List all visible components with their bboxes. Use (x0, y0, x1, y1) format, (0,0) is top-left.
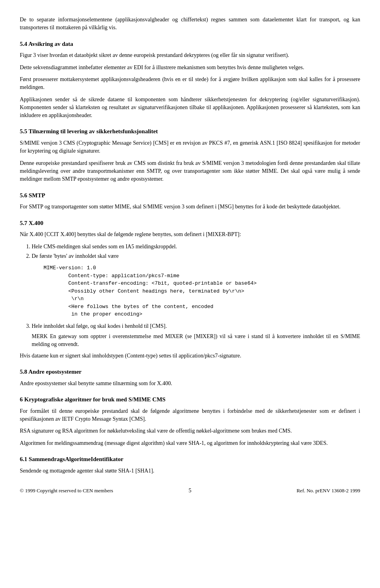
section-61-heading: 6.1 SammendragsAlgoritmeIdentifikator (20, 455, 360, 464)
section-54-heading: 5.4 Avsikring av data (20, 40, 360, 49)
section-57-list: Hele CMS-meldingen skal sendes som en IA… (32, 243, 360, 261)
list-item-3: Hele innholdet skal følge, og skal kodes… (32, 322, 360, 330)
list-item-1: Hele CMS-meldingen skal sendes som en IA… (32, 243, 360, 251)
section-58-para1: Andre epostsystemer skal benytte samme t… (20, 380, 360, 388)
section-56-para1: For SMTP og transportagenter som støtter… (20, 203, 360, 211)
section-57-list-cont: Hele innholdet skal følge, og skal kodes… (32, 322, 360, 330)
section-54-para1: Figur 3 viser hvordan et dataobjekt sikr… (20, 51, 360, 59)
section-55-para2: Denne europeiske prestandard spesifisere… (20, 159, 360, 183)
section-56-heading: 5.6 SMTP (20, 191, 360, 200)
list-item-2: De første 'bytes' av innholdet skal være (32, 252, 360, 260)
section-57-note: MERK En gateway som opptrer i overenstem… (32, 333, 360, 349)
section-6-para1: For formålet til denne europeiske presta… (20, 407, 360, 424)
section-55-para1: S/MIME versjon 3 CMS (Cryptographic Mess… (20, 139, 360, 155)
code-block: MIME-version: 1.0 Content-type: applicat… (44, 264, 360, 318)
footer-copyright: © 1999 Copyright reserved to CEN members (20, 487, 189, 495)
section-61-para1: Sendende og mottagende agenter skal støt… (20, 467, 360, 475)
page-footer: © 1999 Copyright reserved to CEN members… (20, 487, 360, 495)
section-54-para2: Dette sekvensdiagrammet innbefatter elem… (20, 64, 360, 72)
section-55-heading: 5.5 Tilnærming til levering av sikkerhet… (20, 127, 360, 136)
section-6-para3: Algoritmen for meldingssammendrag (messa… (20, 439, 360, 447)
section-57-para1: Når X.400 [CCIT X.400] benyttes skal de … (20, 231, 360, 238)
section-54-para3: Først prosesserer mottakersystemet appli… (20, 76, 360, 92)
section-6-heading: 6 Kryptografiske algoritmer for bruk med… (20, 395, 360, 404)
intro-paragraph: De to separate informasjonselementene (a… (20, 16, 360, 32)
footer-ref: Ref. No. prENV 13608-2 1999 (192, 487, 361, 495)
section-6-para2: RSA signaturer og RSA algoritmen for nøk… (20, 427, 360, 435)
section-54-para4: Applikasjonen sender så de sikrede datae… (20, 96, 360, 120)
section-57-para-after: Hvis dataene kun er signert skal innhold… (20, 352, 360, 360)
section-58-heading: 5.8 Andre epostsystemer (20, 368, 360, 376)
section-57-heading: 5.7 X.400 (20, 219, 360, 228)
footer-page-number: 5 (189, 487, 192, 495)
